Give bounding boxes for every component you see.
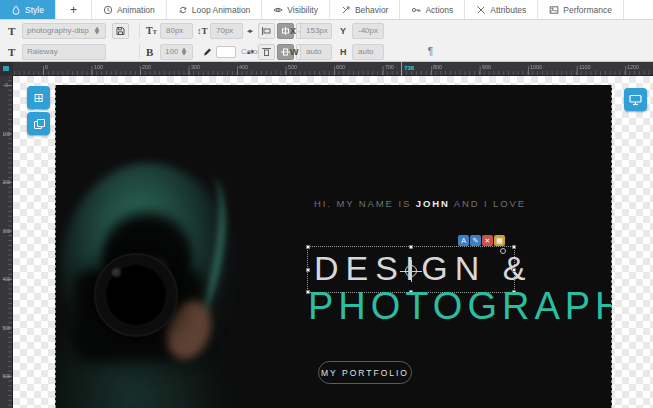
tab-label: Attributes	[490, 5, 526, 15]
paragraph-settings-button[interactable]: ¶	[422, 44, 439, 60]
monitor-icon	[629, 94, 642, 106]
font-size-input[interactable]: 80px	[160, 23, 193, 39]
selection-handle[interactable]	[512, 245, 516, 249]
desktop-preview-button[interactable]	[624, 88, 647, 111]
ruler-label: 1100	[579, 64, 591, 69]
selection-toolbar: A✎✕▦	[458, 235, 505, 246]
pasteboard[interactable]: HI. MY NAME IS JOHN AND I LOVE A✎✕▦ DESI…	[13, 76, 653, 408]
ruler-label: 300	[1, 228, 11, 233]
hero-heading-line1[interactable]: DESIGN &	[314, 249, 532, 288]
height-label: H	[340, 47, 347, 57]
tab-loop-animation[interactable]: Loop Animation	[167, 0, 263, 19]
height-input[interactable]: auto	[352, 44, 384, 60]
tools-icon	[476, 5, 486, 15]
line-height-icon: ↕T	[197, 26, 208, 36]
add-element-button[interactable]: ⊞	[27, 86, 50, 109]
select-stepper-icon: ▲▼	[180, 48, 188, 54]
ruler-label: 900	[482, 64, 491, 69]
font-style-select[interactable]: photography-disp ▲▼	[22, 23, 106, 39]
save-font-style-button[interactable]	[112, 23, 129, 39]
y-position-label: Y	[340, 26, 346, 36]
ruler-label: 600	[1, 374, 11, 379]
ruler-label: 700	[385, 64, 394, 69]
key-icon	[411, 5, 421, 15]
tab-animation[interactable]: Animation	[92, 0, 167, 19]
page-canvas[interactable]: HI. MY NAME IS JOHN AND I LOVE A✎✕▦ DESI…	[55, 85, 612, 408]
tab-label: Animation	[117, 5, 155, 15]
tab-actions[interactable]: Actions	[400, 0, 465, 19]
tab-style[interactable]: Style	[0, 0, 56, 19]
anchor-crosshair-icon[interactable]	[405, 265, 417, 277]
behavior-icon	[341, 5, 351, 15]
width-label: W	[290, 47, 299, 57]
style-toolbar: T photography-disp ▲▼ TT 80px ↕T 70px ◂▸…	[0, 20, 653, 62]
hero-heading-line2[interactable]: PHOTOGRAPHY	[308, 285, 612, 328]
x-position-label: X	[290, 26, 296, 36]
clock-icon	[103, 5, 113, 15]
selection-handle[interactable]	[306, 268, 310, 272]
tab-visibility[interactable]: Visibility	[262, 0, 330, 19]
ruler-label: 400	[1, 277, 11, 282]
tab-label: +	[70, 3, 77, 17]
duplicate-element-button[interactable]	[27, 112, 50, 135]
cursor-position-marker	[401, 62, 402, 76]
tab-label: Actions	[425, 5, 453, 15]
line-spacing-icon: ▴▾	[247, 48, 254, 56]
font-size-icon: TT	[146, 25, 157, 36]
font-weight-select[interactable]: 100 ▲▼	[160, 44, 193, 60]
select-stepper-icon: ▲▼	[93, 27, 101, 33]
horizontal-ruler[interactable]: 0100200300400500600700800900100011001200…	[0, 62, 653, 76]
font-family-icon: T	[8, 46, 15, 58]
ruler-label: 100	[1, 131, 11, 136]
ruler-label: 500	[1, 325, 11, 330]
y-position-input[interactable]: -40px	[352, 23, 384, 39]
eye-icon	[273, 5, 283, 15]
rotate-handle[interactable]	[500, 248, 506, 254]
text-style-button[interactable]: A	[458, 235, 469, 246]
tab-label: Style	[25, 5, 44, 15]
edit-button[interactable]: ✎	[470, 235, 481, 246]
tab-performance[interactable]: Performance	[538, 0, 624, 19]
font-weight-icon: B	[146, 46, 153, 58]
tab-label: Loop Animation	[192, 5, 251, 15]
ruler-label: 0	[45, 64, 48, 69]
my-portfolio-button[interactable]: MY PORTFOLIO	[318, 361, 412, 384]
tab-label: Visibility	[287, 5, 318, 15]
ruler-label: 500	[288, 64, 297, 69]
tab-behavior[interactable]: Behavior	[330, 0, 401, 19]
ruler-label: 1000	[530, 64, 542, 69]
vertical-ruler[interactable]: 0100200300400500600	[0, 76, 13, 408]
selection-handle[interactable]	[512, 268, 516, 272]
selection-handle[interactable]	[409, 245, 413, 249]
tab-attributes[interactable]: Attributes	[465, 0, 538, 19]
delete-button[interactable]: ✕	[482, 235, 493, 246]
ruler-label: 200	[142, 64, 151, 69]
copy-icon	[34, 119, 43, 128]
ruler-label: 100	[94, 64, 103, 69]
selection-handle[interactable]	[306, 245, 310, 249]
hero-kicker-text[interactable]: HI. MY NAME IS JOHN AND I LOVE	[314, 198, 526, 209]
panel-tabbar: Style+AnimationLoop AnimationVisibilityB…	[0, 0, 653, 20]
ruler-label: 1200	[627, 64, 639, 69]
line-height-input[interactable]: 70px	[210, 23, 243, 39]
ruler-label: 400	[239, 64, 248, 69]
add-tab-button[interactable]: +	[56, 0, 92, 19]
align-top-button[interactable]	[258, 44, 275, 60]
width-input[interactable]: auto	[300, 44, 332, 60]
ruler-origin-icon	[3, 66, 9, 71]
x-position-input[interactable]: 153px	[300, 23, 332, 39]
ruler-label: 300	[191, 64, 200, 69]
font-family-select[interactable]: Raleway	[22, 44, 106, 60]
cursor-position-value: 738	[404, 65, 414, 71]
loop-icon	[178, 5, 188, 15]
droplet-icon	[11, 5, 21, 15]
text-color-swatch[interactable]	[216, 46, 236, 58]
duplicate-button[interactable]: ▦	[494, 235, 505, 246]
tab-label: Behavior	[355, 5, 389, 15]
ruler-label: 600	[336, 64, 345, 69]
eyedropper-icon[interactable]	[199, 44, 216, 60]
image-icon	[549, 5, 559, 15]
tab-label: Performance	[563, 5, 612, 15]
align-left-button[interactable]	[258, 23, 275, 39]
char-spacing-icon: ◂▸	[247, 27, 252, 35]
